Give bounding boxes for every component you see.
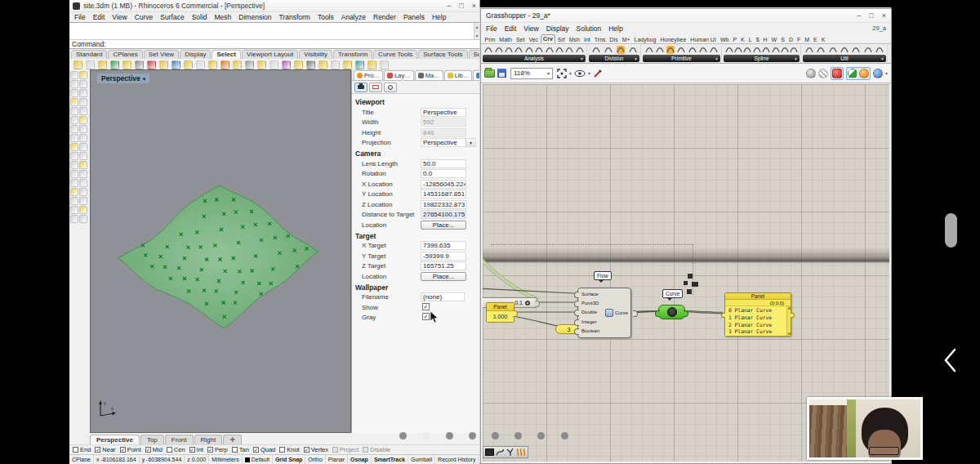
rhino-toolbar-icon[interactable] xyxy=(184,60,193,69)
carousel-dot[interactable] xyxy=(422,432,430,439)
flow-output[interactable]: Curve xyxy=(615,310,628,315)
gh-component-icon[interactable] xyxy=(753,46,761,54)
category-tab[interactable]: H xyxy=(761,36,769,43)
wireframe-preview-icon[interactable] xyxy=(818,69,828,78)
selection-handles[interactable] xyxy=(684,274,702,298)
category-tab[interactable]: S xyxy=(779,36,787,43)
panel-tab[interactable]: Lib… xyxy=(444,70,473,80)
menu-item[interactable]: Curve xyxy=(135,13,154,21)
rhino-sidebar-tool-icon[interactable] xyxy=(79,152,87,160)
osnap-toggle[interactable]: Perp xyxy=(207,446,228,453)
rhino-sidebar-tool-icon[interactable] xyxy=(79,125,87,133)
rhino-sidebar-tool-icon[interactable] xyxy=(79,71,87,79)
property-value[interactable]: 846 xyxy=(421,128,466,137)
status-item[interactable]: Grid Snap xyxy=(273,455,305,464)
checkbox[interactable] xyxy=(189,447,195,453)
branch-tool-icon[interactable] xyxy=(506,448,514,457)
component-group-label[interactable]: Analysis▼ xyxy=(483,55,586,62)
rhino-sidebar-tool-icon[interactable] xyxy=(70,170,78,178)
zoom-level-select[interactable]: 118% xyxy=(510,68,553,79)
toolbar-tab[interactable]: Viewport Layout xyxy=(242,50,298,59)
close-button[interactable]: × xyxy=(882,11,886,20)
component-group-label[interactable]: Util▼ xyxy=(803,55,886,62)
rhino-toolbar-icon[interactable] xyxy=(98,60,107,69)
rhino-sidebar-tool-icon[interactable] xyxy=(79,215,87,223)
category-tab[interactable]: P xyxy=(731,36,739,43)
rhino-sidebar-tool-icon[interactable] xyxy=(79,80,87,88)
carousel-prev-chevron[interactable] xyxy=(941,346,960,374)
carousel-dot[interactable] xyxy=(561,432,568,439)
category-tab[interactable]: L xyxy=(746,36,754,43)
viewport-title-label[interactable]: Perspective▾ xyxy=(97,74,149,83)
category-tab[interactable]: Human UI xyxy=(688,36,719,43)
category-tab[interactable]: Msh xyxy=(567,36,581,43)
gh-component-icon[interactable] xyxy=(505,46,513,54)
carousel-dot[interactable] xyxy=(514,432,522,439)
checkbox[interactable] xyxy=(332,447,338,453)
rhino-toolbar-icon[interactable] xyxy=(318,60,327,69)
gh-component-icon[interactable] xyxy=(484,46,492,54)
open-file-icon[interactable] xyxy=(484,69,495,78)
property-value[interactable]: 14531687.851 xyxy=(421,190,466,199)
gh-component-icon[interactable] xyxy=(514,46,523,54)
rhino-sidebar-tool-icon[interactable] xyxy=(70,116,78,124)
category-tab[interactable]: M+ xyxy=(620,36,632,43)
property-value[interactable]: Perspective xyxy=(421,108,466,117)
checkbox[interactable] xyxy=(363,447,368,453)
maximize-button[interactable]: □ xyxy=(869,11,873,20)
rhino-sidebar-tool-icon[interactable] xyxy=(70,143,78,151)
rhino-toolbar-icon[interactable] xyxy=(220,60,229,69)
rhino-sidebar-tool-icon[interactable] xyxy=(70,197,78,205)
rhino-sidebar-tool-icon[interactable] xyxy=(79,188,87,196)
rhino-sidebar-tool-icon[interactable] xyxy=(70,89,78,97)
toolbar-tab[interactable]: Curve Tools xyxy=(373,50,417,59)
rhino-sidebar-tool-icon[interactable] xyxy=(79,170,87,178)
category-tab[interactable]: Math xyxy=(497,36,514,43)
gh-component-icon[interactable] xyxy=(576,46,584,54)
rhino-sidebar-tool-icon[interactable] xyxy=(79,179,87,187)
gh-component-icon[interactable] xyxy=(805,46,813,54)
rhino-toolbar-icon[interactable] xyxy=(135,60,144,69)
dropdown-arrow-icon[interactable]: ▾ xyxy=(588,70,590,76)
category-tab[interactable]: Dis xyxy=(608,36,620,43)
flow-input[interactable]: Surface xyxy=(581,292,605,297)
toolbar-tab[interactable]: Set View xyxy=(144,50,179,59)
rhino-sidebar-tool-icon[interactable] xyxy=(79,197,87,205)
property-value[interactable]: 27654100.175 xyxy=(421,210,466,219)
menu-item[interactable]: Tools xyxy=(318,13,334,21)
rhino-sidebar-tool-icon[interactable] xyxy=(70,215,78,223)
gh-component-icon[interactable] xyxy=(875,46,884,54)
carousel-dot[interactable] xyxy=(446,432,453,439)
status-item[interactable]: Millimeters xyxy=(209,455,242,464)
panel-tab[interactable]: Ma… xyxy=(415,70,443,80)
rhino-toolbar-icon[interactable] xyxy=(86,60,95,69)
osnap-toggle[interactable]: Disable xyxy=(363,446,390,453)
rhino-toolbar-icon[interactable] xyxy=(74,60,82,69)
rhino-titlebar[interactable]: site.3dm (1 MB) - Rhinoceros 6 Commercia… xyxy=(69,0,479,12)
status-item[interactable]: Filter xyxy=(479,455,479,464)
toolbar-tab[interactable]: Visibility xyxy=(299,50,332,59)
rhino-sidebar-tool-icon[interactable] xyxy=(70,152,78,160)
gh-component-icon[interactable] xyxy=(677,46,685,54)
display-mode-icon[interactable] xyxy=(485,448,494,456)
viewport-tab[interactable]: Perspective xyxy=(90,435,140,444)
gh-component-icon[interactable] xyxy=(604,46,612,54)
osnap-toggle[interactable]: Vertex xyxy=(304,446,328,453)
property-value[interactable]: 50.0 xyxy=(421,159,466,168)
property-value[interactable]: Place... xyxy=(421,272,466,281)
flow-input[interactable]: Integer xyxy=(581,319,605,325)
category-tab[interactable]: D xyxy=(786,36,795,43)
category-tab[interactable]: M xyxy=(803,36,812,43)
osnap-toggle[interactable]: Mid xyxy=(145,446,163,453)
carousel-dot[interactable] xyxy=(399,432,407,439)
close-button[interactable]: × xyxy=(472,2,476,11)
toolbar-tab[interactable]: Surface Tools xyxy=(418,50,467,59)
menu-item[interactable]: View xyxy=(112,13,127,21)
rhino-toolbar-icon[interactable] xyxy=(110,60,119,69)
squiggle-tool-icon[interactable] xyxy=(516,448,526,457)
gh-component-icon[interactable] xyxy=(772,46,780,54)
minimize-button[interactable]: – xyxy=(857,11,861,20)
rhino-sidebar-tool-icon[interactable] xyxy=(70,161,78,169)
category-tab[interactable]: Int xyxy=(581,36,592,43)
panel-tab[interactable]: Pro… xyxy=(354,70,383,80)
